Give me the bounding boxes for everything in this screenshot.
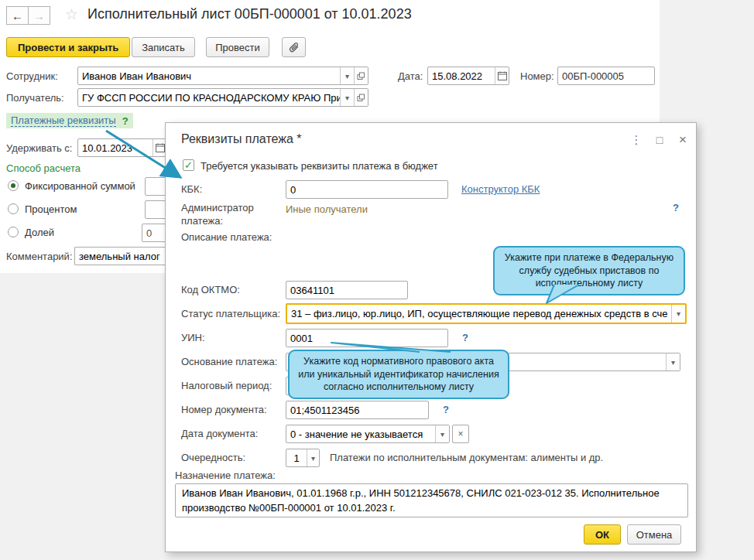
doc-number-field[interactable]: 01;4501123456: [286, 401, 429, 419]
payer-status-field[interactable]: 31 – физ.лицо, юр.лицо, ИП, осуществляющ…: [286, 303, 687, 324]
kbk-value: 0: [286, 184, 447, 196]
priority-field[interactable]: 1 ▾: [286, 449, 320, 467]
back-arrow-icon: ←: [12, 9, 23, 22]
recipient-dropdown-icon[interactable]: ▾: [340, 89, 354, 106]
kbk-label: КБК:: [181, 183, 202, 195]
attachments-button[interactable]: [282, 37, 306, 57]
uin-field[interactable]: 0001: [286, 329, 448, 347]
post-and-close-button[interactable]: Провести и закрыть: [6, 37, 130, 57]
tooltip-fssp: Укажите при платеже в Федеральную службу…: [493, 246, 685, 295]
payment-details-link[interactable]: Платежные реквизиты: [11, 114, 116, 127]
recipient-field[interactable]: ГУ ФССП РОССИИ ПО КРАСНОДАРСКОМУ КРАЮ Пр…: [77, 88, 368, 107]
require-budget-checkbox[interactable]: ✓: [183, 159, 194, 171]
comment-label: Комментарий:: [6, 251, 73, 262]
oktmo-field[interactable]: 03641101: [286, 281, 408, 299]
radio-percent[interactable]: [8, 203, 19, 214]
doc-date-value: 0 - значение не указывается: [286, 429, 435, 440]
purpose-textarea[interactable]: Иванов Иван Иванович, 01.01.1968 г.р., И…: [175, 483, 688, 517]
recipient-value: ГУ ФССП РОССИИ ПО КРАСНОДАРСКОМУ КРАЮ Пр…: [78, 92, 340, 104]
priority-dropdown-icon[interactable]: ▾: [307, 449, 319, 466]
recipient-label: Получатель:: [6, 92, 64, 104]
withhold-label: Удерживать с:: [6, 142, 72, 154]
doc-number-label: Номер документа:: [181, 404, 267, 415]
forward-arrow-icon: →: [33, 9, 45, 22]
cancel-button[interactable]: Отмена: [627, 524, 681, 545]
require-budget-label: Требуется указывать реквизиты платежа в …: [200, 160, 438, 172]
withhold-value: 10.01.2023: [78, 142, 153, 154]
uin-help-icon[interactable]: ?: [462, 332, 468, 343]
doc-date-field[interactable]: 0 - значение не указывается ▾: [286, 425, 450, 443]
ok-button[interactable]: ОК: [584, 524, 621, 545]
paperclip-icon: [289, 41, 300, 53]
doc-date-dropdown-icon[interactable]: ▾: [435, 425, 449, 442]
kbk-field[interactable]: 0: [286, 180, 448, 199]
withhold-field[interactable]: 10.01.2023: [77, 138, 167, 157]
oktmo-label: Код ОКТМО:: [181, 284, 240, 295]
post-button[interactable]: Провести: [206, 37, 269, 57]
forward-button[interactable]: →: [28, 6, 50, 25]
calc-method-title: Способ расчета: [6, 162, 81, 174]
tax-period-label: Налоговый период:: [181, 380, 272, 391]
priority-value: 1: [286, 452, 307, 464]
favorite-star-icon[interactable]: ☆: [65, 5, 78, 23]
uin-label: УИН:: [181, 332, 205, 343]
payer-status-dropdown-icon[interactable]: ▾: [671, 305, 685, 323]
basis-label: Основание платежа:: [181, 356, 277, 367]
employee-dropdown-icon[interactable]: ▾: [340, 67, 354, 84]
radio-share-label: Долей: [25, 227, 54, 238]
description-label: Описание платежа:: [181, 231, 272, 243]
priority-label: Очередность:: [181, 452, 245, 463]
payment-details-highlight: Платежные реквизиты ?: [6, 113, 133, 128]
write-button[interactable]: Записать: [132, 37, 195, 57]
admin-label: Администратор платежа:: [181, 202, 272, 228]
date-calendar-icon[interactable]: [495, 67, 509, 84]
checkmark-icon: ✓: [184, 159, 193, 171]
payer-status-value: 31 – физ.лицо, юр.лицо, ИП, осуществляющ…: [287, 308, 671, 319]
dialog-close-icon[interactable]: ×: [675, 132, 691, 148]
kbk-constructor-link[interactable]: Конструктор КБК: [461, 183, 540, 195]
doc-number-help-icon[interactable]: ?: [443, 404, 449, 415]
doc-date-clear-button[interactable]: ×: [452, 425, 469, 443]
recipient-open-icon[interactable]: [354, 89, 368, 106]
dialog-menu-icon[interactable]: ⋮: [629, 132, 644, 148]
comment-value: земельный налог: [75, 251, 176, 262]
purpose-label: Назначение платежа:: [175, 470, 276, 481]
back-button[interactable]: ←: [6, 6, 29, 25]
radio-fixed-sum[interactable]: [8, 180, 19, 191]
priority-note: Платежи по исполнительным документам: ал…: [330, 452, 603, 463]
admin-help-icon[interactable]: ?: [673, 202, 679, 213]
employee-field[interactable]: Иванов Иван Иванович ▾: [77, 67, 368, 85]
doc-number-value: 01;4501123456: [286, 405, 428, 416]
radio-share[interactable]: [8, 227, 19, 237]
clear-x-icon: ×: [458, 429, 463, 439]
app-window: ← → ☆ Исполнительный лист 00БП-000001 от…: [0, 0, 754, 560]
basis-dropdown-icon[interactable]: ▾: [666, 353, 680, 370]
comment-field[interactable]: земельный налог: [74, 247, 176, 265]
uin-value: 0001: [286, 333, 447, 344]
oktmo-value: 03641101: [286, 285, 407, 296]
page-title: Исполнительный лист 00БП-000001 от 10.01…: [87, 6, 412, 22]
number-value: 00БП-000005: [558, 70, 654, 82]
dialog-maximize-icon[interactable]: □: [652, 132, 667, 148]
payment-details-help-icon[interactable]: ?: [122, 115, 129, 127]
date-value: 15.08.2022: [428, 70, 495, 82]
employee-value: Иванов Иван Иванович: [78, 70, 340, 82]
radio-percent-label: Процентом: [25, 203, 77, 215]
payer-status-label: Статус плательщика:: [181, 308, 280, 319]
dialog-title: Реквизиты платежа *: [181, 132, 302, 146]
date-label: Дата:: [398, 70, 423, 82]
tooltip-uin: Укажите код нормативного правового акта …: [288, 350, 509, 399]
radio-fixed-sum-label: Фиксированной суммой: [25, 180, 135, 192]
date-field[interactable]: 15.08.2022: [427, 67, 509, 85]
number-label: Номер:: [520, 70, 554, 82]
doc-date-label: Дата документа:: [181, 428, 258, 439]
number-field[interactable]: 00БП-000005: [557, 67, 655, 85]
admin-value[interactable]: Иные получатели: [286, 203, 368, 215]
payment-requisites-dialog: Реквизиты платежа * ⋮ □ × ✓ Требуется ук…: [165, 122, 697, 552]
employee-open-icon[interactable]: [354, 67, 368, 84]
employee-label: Сотрудник:: [6, 70, 58, 82]
